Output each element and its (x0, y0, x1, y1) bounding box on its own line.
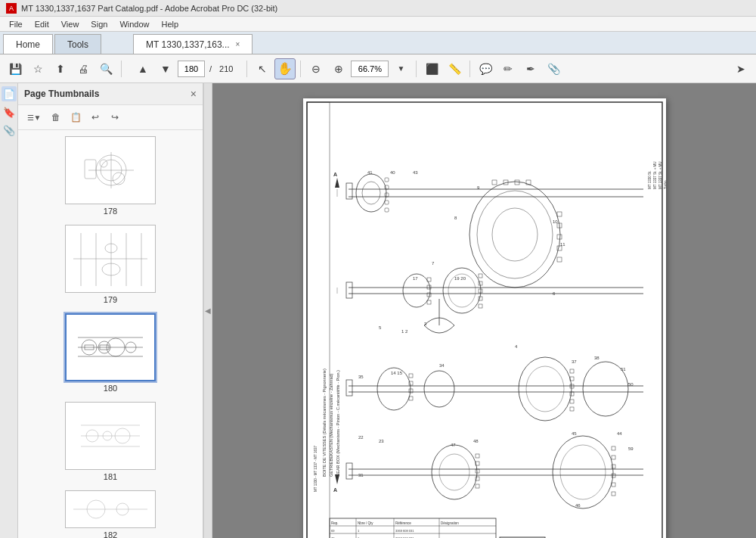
sidebar-title: Page Thumbnails (24, 89, 99, 99)
svg-text:Rep.: Rep. (331, 521, 339, 525)
tab-tools[interactable]: Tools (54, 34, 101, 54)
separator-1 (121, 61, 122, 77)
next-page-button[interactable]: ▼ (155, 58, 176, 79)
svg-text:11: 11 (560, 242, 565, 247)
svg-rect-38 (303, 98, 666, 538)
thumbnail-178[interactable]: 178 (65, 136, 156, 216)
hand-tool-button[interactable]: ✋ (274, 58, 296, 79)
page-nav-group: ▲ ▼ / 210 (132, 58, 236, 79)
sidebar-delete-button[interactable]: 🗑 (47, 108, 65, 126)
zoom-group: ⊖ ⊕ ▼ (305, 58, 411, 79)
highlight-button[interactable]: ✏ (497, 58, 519, 79)
save-button[interactable]: 💾 (5, 58, 26, 79)
svg-text:47: 47 (451, 443, 456, 447)
bookmarks-panel-icon[interactable]: 🔖 (2, 104, 17, 120)
tab-bar: Home Tools MT 1330,1337,163... × (0, 32, 756, 54)
app-icon: A (6, 3, 17, 14)
thumbnail-img-182 (65, 490, 156, 528)
sidebar-extract-button[interactable]: 📋 (67, 108, 85, 126)
svg-text:A: A (333, 487, 337, 493)
menu-edit[interactable]: Edit (29, 18, 55, 30)
menu-help[interactable]: Help (156, 18, 185, 30)
svg-text:48: 48 (473, 439, 479, 443)
thumbnails-panel-icon[interactable]: 📄 (2, 86, 17, 101)
separator-3 (300, 61, 301, 77)
tab-close-button[interactable]: × (236, 40, 240, 48)
left-icon-panel: 📄 🔖 📎 (0, 83, 18, 538)
menu-bar: File Edit View Sign Window Help (0, 17, 756, 32)
sidebar-collapse-handle[interactable]: ◀ (203, 83, 212, 538)
separator-2 (246, 61, 247, 77)
menu-window[interactable]: Window (113, 18, 155, 30)
menu-sign[interactable]: Sign (85, 18, 113, 30)
svg-text:23: 23 (379, 439, 384, 443)
prev-page-button[interactable]: ▲ (132, 58, 153, 79)
svg-text:40: 40 (390, 170, 395, 175)
thumbnail-img-178 (65, 136, 156, 204)
svg-text:1 2: 1 2 (401, 329, 408, 334)
total-pages: 210 (216, 64, 236, 73)
thumbnail-181[interactable]: 181 (65, 402, 156, 481)
svg-text:3369 608 031: 3369 608 031 (395, 529, 414, 533)
thumbnail-img-181 (65, 402, 156, 470)
svg-text:14 15: 14 15 (391, 371, 403, 375)
thumbnail-180[interactable]: 180 (65, 313, 156, 393)
thumbnail-label-180: 180 (104, 384, 117, 393)
zoom-in-button[interactable]: ⊕ (328, 58, 349, 79)
svg-text:17: 17 (413, 276, 418, 281)
bookmark-button[interactable]: ☆ (27, 58, 48, 79)
thumbnail-label-181: 181 (104, 472, 117, 481)
svg-text:MT 1337 St. + MU: MT 1337 St. + MU (658, 161, 662, 189)
zoom-dropdown-button[interactable]: ▼ (390, 58, 411, 79)
sidebar-options-button[interactable]: ☰▼ (23, 108, 45, 126)
thumbnail-img-180 (65, 313, 156, 381)
page-input[interactable] (178, 61, 205, 77)
menu-file[interactable]: File (3, 18, 29, 30)
svg-text:50: 50 (628, 382, 634, 387)
sidebar-undo-button[interactable]: ↩ (86, 108, 104, 126)
svg-text:Nbre / Qty: Nbre / Qty (358, 521, 373, 525)
upload-button[interactable]: ⬆ (50, 58, 71, 79)
sidebar-redo-button[interactable]: ↪ (106, 108, 124, 126)
thumbnail-182[interactable]: 182 (65, 490, 156, 538)
zoom-out-button[interactable]: ⊖ (305, 58, 327, 79)
ruler-button[interactable]: 📏 (444, 58, 465, 79)
comment-button[interactable]: 💬 (475, 58, 496, 79)
nav-right-button[interactable]: ➤ (730, 58, 751, 79)
tab-home[interactable]: Home (3, 34, 53, 54)
svg-text:51: 51 (621, 367, 626, 372)
thumbnail-179[interactable]: 179 (65, 225, 156, 304)
attach-button[interactable]: 📎 (543, 58, 564, 79)
cursor-tool-button[interactable]: ↖ (252, 58, 273, 79)
print-button[interactable]: 🖨 (73, 58, 94, 79)
svg-text:31: 31 (358, 473, 364, 477)
thumbnail-img-179 (65, 225, 156, 293)
thumbnails-container[interactable]: 178 (18, 130, 203, 538)
menu-view[interactable]: View (55, 18, 85, 30)
sidebar-close-button[interactable]: × (191, 88, 197, 100)
thumbnail-label-179: 179 (104, 295, 117, 304)
svg-text:37: 37 (572, 359, 577, 364)
svg-text:44: 44 (617, 431, 622, 436)
svg-text:41: 41 (367, 170, 373, 175)
toolbar: 💾 ☆ ⬆ 🖨 🔍 ▲ ▼ / 210 ↖ ✋ ⊖ ⊕ ▼ ⬛ 📏 💬 ✏ ✒ … (0, 54, 756, 83)
page-separator: / (206, 64, 215, 73)
zoom-input[interactable] (351, 61, 389, 77)
pdf-page: BOITE DE VITESSES (Détails mécanismes - … (303, 98, 666, 538)
svg-text:34: 34 (439, 363, 445, 368)
svg-text:19 20: 19 20 (454, 276, 466, 281)
sidebar-toolbar: ☰▼ 🗑 📋 ↩ ↪ (18, 105, 203, 130)
search-button[interactable]: 🔍 (95, 58, 116, 79)
page-content: BOITE DE VITESSES (Détails mécanismes - … (303, 98, 666, 538)
main-area: 📄 🔖 📎 Page Thumbnails × ☰▼ 🗑 📋 ↩ ↪ (0, 83, 756, 538)
pdf-area[interactable]: BOITE DE VITESSES (Détails mécanismes - … (212, 83, 756, 538)
tab-document[interactable]: MT 1330,1337,163... × (133, 34, 253, 54)
title-bar: A MT 1330,1337,1637 Part Catalog.pdf - A… (0, 0, 756, 17)
fit-page-button[interactable]: ⬛ (421, 58, 442, 79)
attachments-panel-icon[interactable]: 📎 (2, 123, 17, 138)
thumbnail-label-182: 182 (104, 530, 117, 538)
svg-text:BOITE DE VITESSES (Détails méc: BOITE DE VITESSES (Détails mécanismes - … (322, 369, 327, 477)
svg-text:GETRIEBEKASTEN (Mechanismus ei: GETRIEBEKASTEN (Mechanismus einzelne - Z… (329, 374, 333, 477)
svg-text:69: 69 (331, 529, 335, 533)
stamp-button[interactable]: ✒ (520, 58, 541, 79)
